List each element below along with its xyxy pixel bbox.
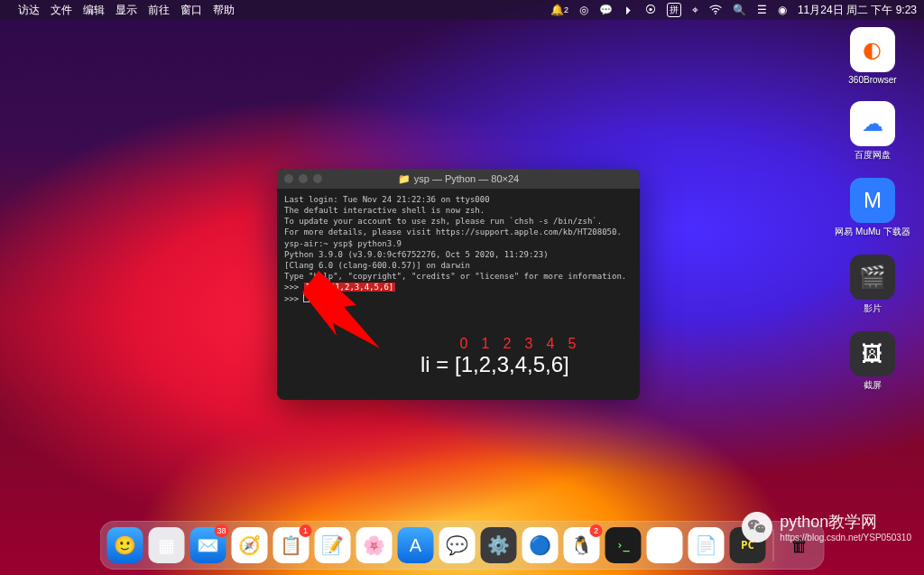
terminal-line: ysp-air:~ ysp$ python3.9 bbox=[284, 238, 633, 249]
desktop-icon-label: 影片 bbox=[864, 302, 882, 315]
terminal-line: For more details, please visit https://s… bbox=[284, 227, 633, 237]
menu-file[interactable]: 文件 bbox=[51, 3, 72, 18]
dock: 🙂▦✉️38🧭📋1📝🌸A💬⚙️🔵🐧2›_☁📄PC🗑 bbox=[100, 521, 825, 570]
dock-app-appstore[interactable]: A bbox=[398, 527, 434, 563]
watermark-title: python教学网 bbox=[780, 511, 911, 533]
terminal-line: Last login: Tue Nov 24 21:22:36 on ttys0… bbox=[284, 194, 633, 205]
play-icon[interactable]: ⏵ bbox=[624, 4, 634, 16]
menu-finder[interactable]: 访达 bbox=[18, 3, 40, 18]
dock-app-reminders[interactable]: 📋1 bbox=[273, 527, 310, 563]
dock-app-finder[interactable]: 🙂 bbox=[107, 527, 143, 563]
desktop: 访达 文件 编辑 显示 前往 窗口 帮助 🔔2 ◎ 💬 ⏵ ⦿ 拼 ⌖ 🔍 ☰ … bbox=[0, 0, 924, 575]
terminal-prompt[interactable]: >>> bbox=[284, 292, 633, 304]
desktop-icon-mumu[interactable]: M网易 MuMu 下载器 bbox=[835, 178, 910, 238]
dock-app-qq[interactable]: 🐧2 bbox=[564, 527, 600, 563]
desktop-icon-baidu-netdisk[interactable]: ☁百度网盘 bbox=[850, 101, 895, 162]
terminal-line: [Clang 6.0 (clang-600.0.57)] on darwin bbox=[284, 260, 633, 271]
index-label: 1 bbox=[475, 336, 496, 352]
control-center-icon[interactable]: ☰ bbox=[757, 4, 767, 16]
terminal-titlebar[interactable]: 📁 ysp — Python — 80×24 bbox=[277, 169, 640, 189]
watermark-url: blog.csdn.net/YSP050310 bbox=[807, 533, 911, 543]
dock-app-chrome[interactable]: 🔵 bbox=[522, 527, 559, 563]
terminal-line: Type "help", "copyright", "credits" or "… bbox=[284, 271, 633, 282]
dock-app-wechat[interactable]: 💬 bbox=[439, 527, 476, 563]
dock-app-terminal[interactable]: ›_ bbox=[605, 527, 642, 563]
screenshots-icon: 🖼 bbox=[850, 331, 895, 376]
watermark: python教学网 https://blog.csdn.net/YSP05031… bbox=[742, 511, 911, 543]
desktop-icon-screenshots[interactable]: 🖼截屏 bbox=[850, 331, 895, 392]
svg-point-0 bbox=[715, 13, 716, 14]
index-label: 0 bbox=[453, 336, 475, 352]
siri-icon[interactable]: ◉ bbox=[778, 4, 787, 16]
desktop-icon-label: 截屏 bbox=[864, 379, 882, 392]
input-method[interactable]: 拼 bbox=[667, 3, 681, 17]
desktop-icon-label: 网易 MuMu 下载器 bbox=[835, 226, 910, 238]
dock-app-mail[interactable]: ✉️38 bbox=[190, 527, 226, 563]
menu-edit[interactable]: 编辑 bbox=[83, 3, 105, 18]
index-label: 3 bbox=[518, 336, 540, 352]
desktop-icon-label: 360Browser bbox=[848, 75, 896, 85]
360browser-icon: ◐ bbox=[850, 27, 895, 72]
wechat-status-icon[interactable]: 💬 bbox=[599, 4, 613, 16]
badge: 2 bbox=[590, 524, 603, 537]
clock[interactable]: 11月24日 周二 下午 9:23 bbox=[798, 3, 917, 18]
terminal-line: The default interactive shell is now zsh… bbox=[284, 205, 633, 216]
wechat-icon bbox=[742, 512, 772, 543]
terminal-line: To update your account to use zsh, pleas… bbox=[284, 216, 633, 227]
badge: 1 bbox=[300, 524, 312, 537]
mumu-icon: M bbox=[850, 178, 895, 223]
terminal-line-highlight: >>> li = [1,2,3,4,5,6] bbox=[284, 282, 633, 292]
maximize-icon[interactable] bbox=[313, 174, 322, 183]
notification-icon[interactable]: 🔔2 bbox=[550, 4, 568, 16]
index-label: 4 bbox=[540, 336, 561, 352]
dock-app-safari[interactable]: 🧭 bbox=[232, 527, 268, 563]
menubar: 访达 文件 编辑 显示 前往 窗口 帮助 🔔2 ◎ 💬 ⏵ ⦿ 拼 ⌖ 🔍 ☰ … bbox=[0, 0, 924, 20]
dock-app-baidu-disk[interactable]: ☁ bbox=[647, 527, 683, 563]
terminal-line: Python 3.9.0 (v3.9.0:9cf6752276, Oct 5 2… bbox=[284, 249, 633, 260]
index-label: 5 bbox=[561, 336, 583, 352]
close-icon[interactable] bbox=[284, 174, 293, 183]
minimize-icon[interactable] bbox=[299, 174, 308, 183]
record-icon[interactable]: ⦿ bbox=[645, 4, 656, 16]
index-label: 2 bbox=[496, 336, 518, 352]
bluetooth-icon[interactable]: ⌖ bbox=[692, 4, 698, 16]
wifi-icon[interactable] bbox=[709, 5, 722, 15]
badge: 38 bbox=[214, 524, 228, 537]
menu-window[interactable]: 窗口 bbox=[180, 3, 202, 18]
dock-app-notes[interactable]: 📝 bbox=[315, 527, 351, 563]
folder-icon: 📁 bbox=[398, 173, 411, 185]
desktop-icon-360browser[interactable]: ◐360Browser bbox=[848, 27, 896, 85]
search-icon[interactable]: 🔍 bbox=[733, 4, 746, 16]
baidu-netdisk-icon: ☁ bbox=[850, 101, 895, 146]
dock-app-launchpad[interactable]: ▦ bbox=[149, 527, 185, 563]
desktop-icon-movies[interactable]: 🎬影片 bbox=[850, 255, 895, 315]
desktop-icon-label: 百度网盘 bbox=[855, 149, 891, 162]
status-icon-1[interactable]: ◎ bbox=[579, 4, 588, 16]
index-annotation: 012345 bbox=[453, 336, 583, 352]
movies-icon: 🎬 bbox=[850, 255, 895, 300]
menu-go[interactable]: 前往 bbox=[148, 3, 170, 18]
desktop-icons: ◐360Browser☁百度网盘M网易 MuMu 下载器🎬影片🖼截屏 bbox=[832, 27, 913, 392]
terminal-title: ysp — Python — 80×24 bbox=[414, 173, 519, 184]
dock-app-textedit[interactable]: 📄 bbox=[688, 527, 725, 563]
dock-app-photos[interactable]: 🌸 bbox=[356, 527, 393, 563]
list-expression-annotation: li = [1,2,3,4,5,6] bbox=[420, 352, 569, 377]
menu-view[interactable]: 显示 bbox=[116, 3, 137, 18]
dock-app-preferences[interactable]: ⚙️ bbox=[481, 527, 517, 563]
menu-help[interactable]: 帮助 bbox=[213, 3, 235, 18]
